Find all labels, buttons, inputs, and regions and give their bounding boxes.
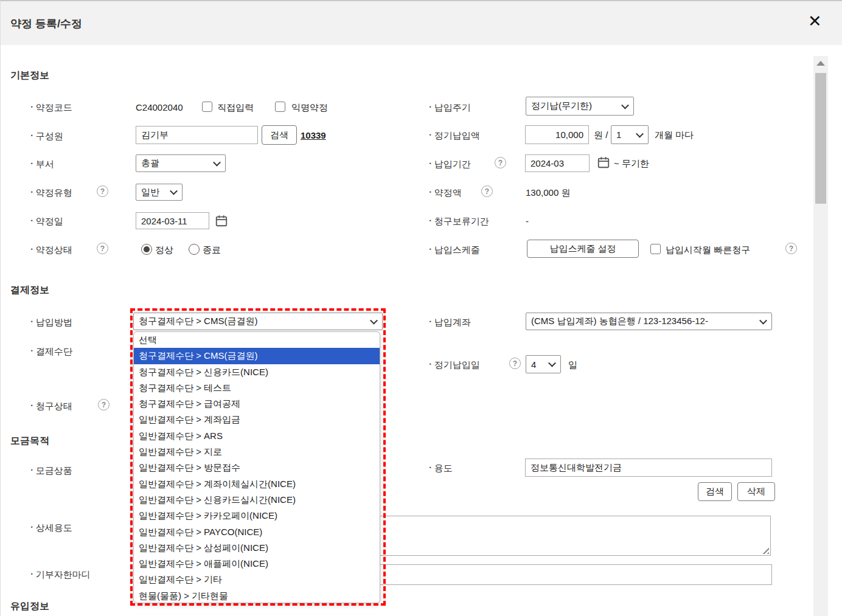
label-agreement-type: 약정유형 xyxy=(31,187,72,199)
anonymous-label: 익명약정 xyxy=(291,102,328,114)
anonymous-checkbox[interactable] xyxy=(275,102,285,112)
dropdown-option[interactable]: 일반결제수단 > 애플페이(NICE) xyxy=(134,556,380,572)
usage-input[interactable] xyxy=(525,459,772,477)
dropdown-option[interactable]: 일반결제수단 > 방문접수 xyxy=(134,460,380,476)
agreement-date-input[interactable] xyxy=(136,212,209,229)
label-usage: 용도 xyxy=(430,463,453,474)
scrollbar-up-icon[interactable] xyxy=(816,61,825,66)
schedule-setting-button[interactable]: 납입스케줄 설정 xyxy=(527,240,639,258)
label-billing-hold: 청구보류기간 xyxy=(430,216,489,227)
close-icon[interactable]: ✕ xyxy=(808,13,822,30)
member-id-link[interactable]: 10339 xyxy=(301,130,326,140)
chevron-down-icon xyxy=(621,101,629,109)
help-icon[interactable]: ? xyxy=(97,243,108,254)
usage-search-button[interactable]: 검색 xyxy=(698,482,732,501)
calendar-icon[interactable] xyxy=(597,156,610,169)
interval-select-value: 1 xyxy=(616,130,621,140)
dropdown-option[interactable]: 일반결제수단 > 기타 xyxy=(134,572,380,587)
label-payment-means: 결제수단 xyxy=(31,346,72,358)
dropdown-option[interactable]: 선택 xyxy=(134,332,380,348)
dropdown-option[interactable]: 일반결제수단 > 계좌이체실시간(NICE) xyxy=(134,476,380,492)
payment-method-dropdown-list: 선택청구결제수단 > CMS(금결원)청구결제수단 > 신용카드(NICE)청구… xyxy=(133,331,380,603)
fast-billing-checkbox[interactable] xyxy=(650,244,661,254)
dropdown-option[interactable]: 일반결제수단 > 카카오페이(NICE) xyxy=(134,508,380,524)
chevron-down-icon xyxy=(636,130,644,137)
status-end-label: 종료 xyxy=(203,244,221,256)
dropdown-option[interactable]: 청구결제수단 > 급여공제 xyxy=(134,396,380,412)
interval-suffix-label: 개월 마다 xyxy=(655,130,694,141)
page-title: 약정 등록/수정 xyxy=(10,16,82,31)
pay-day-select-value: 4 xyxy=(531,359,536,370)
period-suffix-label: ~ 무기한 xyxy=(614,158,649,170)
calendar-icon[interactable] xyxy=(215,214,228,227)
department-select[interactable]: 총괄 xyxy=(136,154,226,172)
dropdown-option[interactable]: 청구결제수단 > 신용카드(NICE) xyxy=(134,364,380,380)
help-icon[interactable]: ? xyxy=(98,399,110,410)
department-select-value: 총괄 xyxy=(141,157,159,169)
status-normal-radio[interactable] xyxy=(141,244,152,255)
chevron-down-icon xyxy=(759,316,767,324)
dropdown-option[interactable]: 현물(물품) > 기타현물 xyxy=(134,588,380,603)
label-fund-product: 모금상품 xyxy=(31,465,72,477)
payment-method-select[interactable]: 청구결제수단 > CMS(금결원) xyxy=(133,313,383,330)
section-title-basic: 기본정보 xyxy=(10,69,49,82)
member-search-button[interactable]: 검색 xyxy=(262,125,297,145)
agreement-type-select[interactable]: 일반 xyxy=(136,184,183,201)
chevron-down-icon xyxy=(170,187,178,195)
chevron-down-icon xyxy=(548,359,556,367)
label-regular-amount: 정기납입액 xyxy=(430,130,480,142)
pay-day-suffix-label: 일 xyxy=(568,359,577,371)
dropdown-option[interactable]: 일반결제수단 > 지로 xyxy=(134,444,380,460)
help-icon[interactable]: ? xyxy=(495,157,506,168)
section-title-inflow: 유입정보 xyxy=(10,600,49,613)
direct-input-checkbox[interactable] xyxy=(202,102,212,112)
label-payment-account: 납입계좌 xyxy=(430,317,471,328)
payment-account-select[interactable]: (CMS 납입계좌) 농협은행 / 123-123456-12- xyxy=(526,313,772,330)
help-icon[interactable]: ? xyxy=(481,185,493,197)
label-pay-day: 정기납입일 xyxy=(430,359,480,371)
direct-input-label: 직접입력 xyxy=(217,102,254,114)
dropdown-option[interactable]: 청구결제수단 > CMS(금결원) xyxy=(134,348,380,364)
dropdown-option[interactable]: 일반결제수단 > PAYCO(NICE) xyxy=(134,524,380,540)
regular-amount-input[interactable] xyxy=(525,125,589,144)
usage-delete-button[interactable]: 삭제 xyxy=(737,482,775,501)
payment-account-select-value: (CMS 납입계좌) 농협은행 / 123-123456-12- xyxy=(531,316,708,327)
total-amount-value: 130,000 원 xyxy=(526,187,570,199)
help-icon[interactable]: ? xyxy=(785,243,797,254)
label-detail-usage: 상세용도 xyxy=(31,522,72,534)
payment-method-select-value: 청구결제수단 > CMS(금결원) xyxy=(139,316,257,327)
member-name-input[interactable] xyxy=(136,126,258,144)
help-icon[interactable]: ? xyxy=(509,358,521,369)
label-agreement-code: 약정코드 xyxy=(31,102,72,114)
label-agreement-status: 약정상태 xyxy=(31,244,72,256)
label-donor-message: 기부자한마디 xyxy=(31,569,91,581)
pay-day-select[interactable]: 4 xyxy=(526,355,561,373)
payment-cycle-select[interactable]: 정기납(무기한) xyxy=(526,97,634,116)
dropdown-option[interactable]: 일반결제수단 > 계좌입금 xyxy=(134,412,380,427)
section-title-payment: 결제정보 xyxy=(10,284,49,297)
chevron-down-icon xyxy=(213,158,221,166)
dropdown-option[interactable]: 일반결제수단 > 삼성페이(NICE) xyxy=(134,540,380,556)
status-normal-label: 정상 xyxy=(155,244,173,256)
dropdown-option[interactable]: 일반결제수단 > 신용카드실시간(NICE) xyxy=(134,492,380,508)
payment-period-input[interactable] xyxy=(525,154,590,172)
agreement-type-select-value: 일반 xyxy=(141,187,159,198)
payment-cycle-select-value: 정기납(무기한) xyxy=(531,100,592,112)
modal-header xyxy=(1,1,842,45)
label-payment-cycle: 납입주기 xyxy=(430,102,471,114)
billing-hold-value: - xyxy=(526,216,529,226)
amount-unit-label: 원 / xyxy=(594,130,608,141)
dropdown-option[interactable]: 일반결제수단 > ARS xyxy=(134,428,380,444)
status-end-radio[interactable] xyxy=(189,244,200,255)
fast-billing-label: 납입시작월 빠른청구 xyxy=(666,244,750,256)
chevron-down-icon xyxy=(370,316,378,324)
label-member: 구성원 xyxy=(31,131,63,142)
dropdown-option[interactable]: 청구결제수단 > 테스트 xyxy=(134,380,380,396)
interval-select[interactable]: 1 xyxy=(611,125,649,144)
section-title-purpose: 모금목적 xyxy=(10,435,49,448)
help-icon[interactable]: ? xyxy=(97,185,108,197)
scrollbar-track[interactable] xyxy=(813,56,828,616)
label-payment-period: 납입기간 xyxy=(430,159,471,170)
scrollbar-thumb[interactable] xyxy=(815,73,826,204)
agreement-code-value: C24002040 xyxy=(136,102,183,112)
